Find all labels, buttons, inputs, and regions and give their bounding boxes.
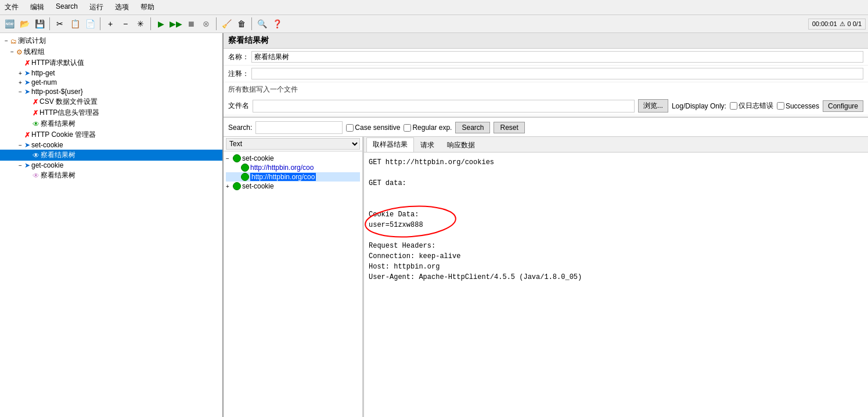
menu-edit[interactable]: 编辑 xyxy=(28,1,46,13)
help-btn[interactable]: ❓ xyxy=(270,17,284,31)
rt-icon-url-2 xyxy=(241,173,249,181)
menu-options[interactable]: 选项 xyxy=(113,1,131,13)
successes-checkbox-label[interactable]: Successes xyxy=(777,102,819,110)
sep5 xyxy=(251,17,252,30)
paste-btn[interactable]: 📄 xyxy=(83,17,97,31)
rt-icon-url-1 xyxy=(241,164,249,172)
data-tabs: 取样器结果 请求 响应数据 xyxy=(364,137,868,153)
search-label: Search: xyxy=(228,124,252,132)
remove-btn[interactable]: − xyxy=(118,17,132,31)
menu-run[interactable]: 运行 xyxy=(87,1,106,13)
tree-label-http-post: http-post-${user} xyxy=(31,88,83,96)
tree-item-http-headers[interactable]: ✗ HTTP信息头管理器 xyxy=(0,107,222,118)
clear-all-btn[interactable]: 🗑 xyxy=(235,17,248,31)
arrow-icon-set-cookie: ➤ xyxy=(24,141,30,149)
timer-display: 00:00:01 ⚠ 0 0/1 xyxy=(808,19,866,30)
file-input[interactable] xyxy=(253,100,635,113)
results-tree-content: − set-cookie http://httpbin.org/coo xyxy=(224,151,362,417)
menu-search[interactable]: Search xyxy=(53,1,80,13)
tree-label-view-results2: 察看结果树 xyxy=(41,171,75,180)
arrow-icon-http-post: ➤ xyxy=(24,88,30,96)
errors-only-label: 仅日志错误 xyxy=(739,101,773,111)
data-line-7: user=51zxw888 xyxy=(369,220,863,230)
stop-btn[interactable]: ⏹ xyxy=(184,17,198,31)
timer-value: 00:00:01 xyxy=(812,20,837,27)
x-icon-csv: ✗ xyxy=(33,98,38,106)
tree-item-get-num[interactable]: + ➤ get-num xyxy=(0,78,222,87)
menu-help[interactable]: 帮助 xyxy=(138,1,157,13)
name-label: 名称： xyxy=(228,52,251,62)
open-btn[interactable]: 📂 xyxy=(17,17,31,31)
data-line-1: GET http://httpbin.org/cookies xyxy=(369,157,863,168)
search-button[interactable]: Search xyxy=(455,122,490,133)
new-btn[interactable]: 🆕 xyxy=(2,17,16,31)
tree-item-csv[interactable]: ✗ CSV 数据文件设置 xyxy=(0,96,222,107)
tree-label-set-cookie: set-cookie xyxy=(31,141,63,149)
tree-item-view-results[interactable]: 👁 察看结果树 xyxy=(0,118,222,129)
left-tree-panel: − 🗂 测试计划 − ⚙ 线程组 ✗ HTTP请求默认值 + ➤ http-ge… xyxy=(0,33,224,417)
tree-label-http-default: HTTP请求默认值 xyxy=(31,58,84,68)
tree-item-set-cookie[interactable]: − ➤ set-cookie xyxy=(0,140,222,150)
browse-button[interactable]: 浏览... xyxy=(638,99,668,113)
view-type-select[interactable]: Text RegExp Tester CSS/JQuery Tester JSO… xyxy=(226,138,360,150)
toolbar: 🆕 📂 💾 ✂ 📋 📄 + − ✳ ▶ ▶▶ ⏹ ⊗ 🧹 🗑 🔍 ❓ 00:00… xyxy=(0,15,868,33)
tree-label-get-cookie: get-cookie xyxy=(31,161,63,169)
reset-btn[interactable]: ✳ xyxy=(134,17,147,31)
counter-value: 0 0/1 xyxy=(848,20,862,27)
name-input[interactable] xyxy=(251,51,863,63)
tree-item-http-get[interactable]: + ➤ http-get xyxy=(0,68,222,78)
arrow-icon-get-cookie: ➤ xyxy=(24,161,30,169)
copy-btn[interactable]: 📋 xyxy=(68,17,82,31)
tab-response-data[interactable]: 响应数据 xyxy=(441,138,481,152)
errors-only-checkbox[interactable] xyxy=(730,102,737,110)
reset-button[interactable]: Reset xyxy=(494,122,524,133)
errors-only-checkbox-label[interactable]: 仅日志错误 xyxy=(730,101,773,111)
tree-label-csv: CSV 数据文件设置 xyxy=(39,97,98,107)
tree-item-test-plan[interactable]: − 🗂 测试计划 xyxy=(0,35,222,46)
data-line-6: Cookie Data: xyxy=(369,209,863,220)
rt-item-http-url-1[interactable]: http://httpbin.org/coo xyxy=(226,163,360,172)
tree-item-http-default[interactable]: ✗ HTTP请求默认值 xyxy=(0,57,222,68)
regular-exp-label[interactable]: Regular exp. xyxy=(404,124,452,132)
tree-item-http-post[interactable]: − ➤ http-post-${user} xyxy=(0,87,222,96)
save-btn[interactable]: 💾 xyxy=(33,17,46,31)
cut-btn[interactable]: ✂ xyxy=(53,17,67,31)
menu-file[interactable]: 文件 xyxy=(2,1,21,13)
regular-exp-checkbox[interactable] xyxy=(404,124,411,132)
eye-icon-3: 👁 xyxy=(33,172,39,180)
start-no-pause-btn[interactable]: ▶▶ xyxy=(169,17,183,31)
search-input[interactable] xyxy=(255,121,343,134)
case-sensitive-label[interactable]: Case sensitive xyxy=(346,124,400,132)
successes-checkbox[interactable] xyxy=(777,102,784,110)
rt-item-http-url-2[interactable]: http://httpbin.org/coo xyxy=(226,172,360,182)
rt-item-set-cookie-2[interactable]: + set-cookie xyxy=(226,182,360,191)
data-line-3: GET data: xyxy=(369,178,863,188)
start-btn[interactable]: ▶ xyxy=(154,17,168,31)
add-btn[interactable]: + xyxy=(103,17,117,31)
tree-item-thread-group[interactable]: − ⚙ 线程组 xyxy=(0,46,222,57)
data-content: GET http://httpbin.org/cookies GET data:… xyxy=(364,153,868,417)
tab-sampler-result[interactable]: 取样器结果 xyxy=(366,137,414,152)
search-toolbar-btn[interactable]: 🔍 xyxy=(255,17,269,31)
data-line-4 xyxy=(369,188,863,199)
arrow-icon-get-num: ➤ xyxy=(24,78,30,86)
data-line-8 xyxy=(369,230,863,241)
x-icon-headers: ✗ xyxy=(33,109,38,117)
configure-button[interactable]: Configure xyxy=(823,100,863,112)
log-display-label: Log/Display Only: xyxy=(672,102,726,110)
log-display-section: Log/Display Only: 仅日志错误 Successes Config… xyxy=(672,100,863,112)
tree-item-view-results2[interactable]: 👁 察看结果树 xyxy=(0,170,222,181)
clear-btn[interactable]: 🧹 xyxy=(219,17,233,31)
shutdown-btn[interactable]: ⊗ xyxy=(199,17,213,31)
rt-item-set-cookie-root[interactable]: − set-cookie xyxy=(226,154,360,163)
rt-label-set-cookie-root: set-cookie xyxy=(242,154,274,162)
tree-item-cookie-manager[interactable]: ✗ HTTP Cookie 管理器 xyxy=(0,129,222,140)
tab-request[interactable]: 请求 xyxy=(414,138,441,152)
regular-exp-text: Regular exp. xyxy=(412,124,452,132)
case-sensitive-checkbox[interactable] xyxy=(346,124,354,132)
tree-item-view-results-selected[interactable]: 👁 察看结果树 xyxy=(0,150,222,161)
menubar: 文件 编辑 Search 运行 选项 帮助 xyxy=(0,0,868,15)
tree-item-get-cookie[interactable]: − ➤ get-cookie xyxy=(0,161,222,170)
comment-input[interactable] xyxy=(251,68,863,79)
eye-icon-2: 👁 xyxy=(33,151,39,159)
